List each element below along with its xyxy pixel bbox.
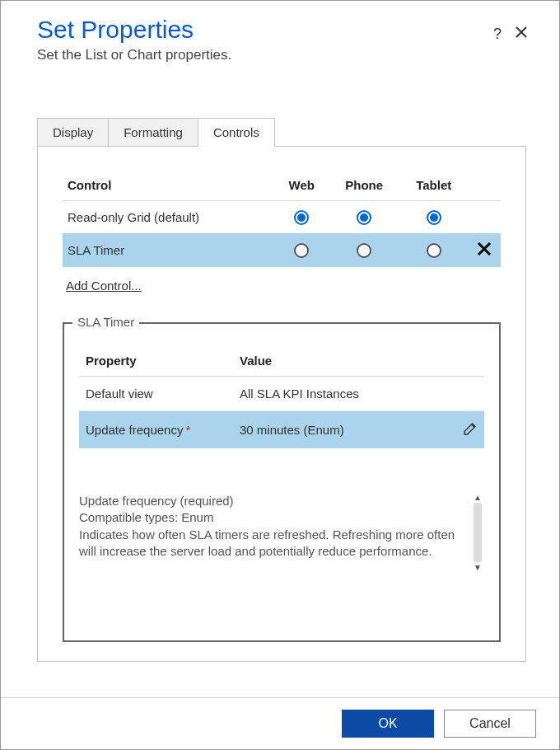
- ok-button[interactable]: OK: [342, 710, 434, 738]
- tab-display[interactable]: Display: [37, 118, 109, 146]
- required-icon: *: [185, 423, 190, 437]
- radio-tablet[interactable]: [427, 243, 441, 258]
- close-icon[interactable]: [515, 26, 528, 43]
- delete-control-icon[interactable]: [477, 245, 492, 259]
- property-description: Update frequency (required) Compatible t…: [79, 493, 466, 572]
- control-name: Read-only Grid (default): [63, 201, 275, 234]
- table-row[interactable]: Read-only Grid (default): [63, 201, 501, 234]
- dialog-header: Set Properties Set the List or Chart pro…: [1, 1, 559, 70]
- dialog-title: Set Properties: [37, 16, 493, 44]
- cancel-button[interactable]: Cancel: [444, 710, 536, 738]
- dialog-footer: OK Cancel: [1, 697, 559, 749]
- col-value: Value: [233, 347, 456, 377]
- tab-formatting[interactable]: Formatting: [108, 118, 198, 146]
- property-value: 30 minutes (Enum): [233, 411, 456, 449]
- property-name: Update frequency*: [79, 411, 233, 449]
- col-tablet: Tablet: [399, 171, 468, 201]
- radio-phone[interactable]: [357, 210, 371, 225]
- fieldset-legend: SLA Timer: [72, 315, 139, 329]
- radio-web[interactable]: [294, 210, 309, 225]
- scrollbar[interactable]: ▲ ▼: [471, 493, 484, 572]
- help-icon[interactable]: ?: [493, 26, 502, 43]
- col-control: Control: [63, 171, 275, 201]
- col-property: Property: [79, 347, 233, 377]
- properties-fieldset: SLA Timer Property Value Default view Al…: [63, 322, 501, 642]
- col-web: Web: [275, 171, 329, 201]
- table-row[interactable]: Default view All SLA KPI Instances: [79, 377, 484, 411]
- control-name: SLA Timer: [63, 233, 275, 267]
- set-properties-dialog: Set Properties Set the List or Chart pro…: [0, 0, 560, 750]
- property-name: Default view: [79, 377, 233, 411]
- col-phone: Phone: [329, 171, 400, 201]
- scroll-down-icon[interactable]: ▼: [474, 563, 482, 572]
- radio-web[interactable]: [294, 243, 309, 258]
- table-row[interactable]: Update frequency* 30 minutes (Enum): [79, 411, 484, 449]
- radio-tablet[interactable]: [427, 210, 441, 225]
- tabs: Display Formatting Controls: [37, 118, 526, 146]
- table-row[interactable]: SLA Timer: [63, 233, 501, 267]
- add-control-link[interactable]: Add Control...: [63, 267, 145, 294]
- dialog-subtitle: Set the List or Chart properties.: [37, 47, 493, 63]
- properties-table: Property Value Default view All SLA KPI …: [79, 347, 484, 448]
- property-value: All SLA KPI Instances: [233, 377, 456, 411]
- controls-table: Control Web Phone Tablet Read-only Grid …: [63, 171, 501, 267]
- tab-panel-controls: Control Web Phone Tablet Read-only Grid …: [37, 146, 526, 662]
- tab-controls[interactable]: Controls: [198, 118, 275, 147]
- scroll-track[interactable]: [474, 503, 482, 562]
- dialog-body: Display Formatting Controls Control Web …: [1, 70, 559, 697]
- edit-icon[interactable]: [463, 424, 478, 438]
- radio-phone[interactable]: [357, 243, 371, 258]
- scroll-up-icon[interactable]: ▲: [474, 493, 482, 502]
